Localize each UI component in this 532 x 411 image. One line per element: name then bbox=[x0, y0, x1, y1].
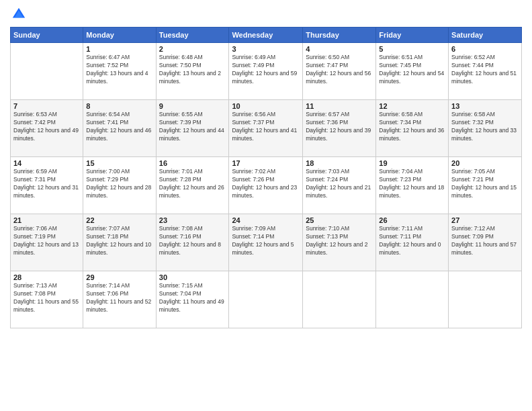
calendar-cell bbox=[376, 271, 449, 328]
calendar-week-row: 21Sunrise: 7:06 AM Sunset: 7:19 PM Dayli… bbox=[11, 214, 522, 271]
calendar-cell: 28Sunrise: 7:13 AM Sunset: 7:08 PM Dayli… bbox=[11, 271, 83, 328]
day-number: 24 bbox=[232, 216, 300, 224]
calendar-cell: 9Sunrise: 6:55 AM Sunset: 7:39 PM Daylig… bbox=[156, 100, 229, 157]
day-number: 28 bbox=[13, 273, 80, 281]
day-info: Sunrise: 7:11 AM Sunset: 7:11 PM Dayligh… bbox=[379, 225, 445, 257]
day-info: Sunrise: 6:48 AM Sunset: 7:50 PM Dayligh… bbox=[159, 54, 226, 86]
calendar-cell bbox=[11, 43, 83, 100]
calendar-header-row: SundayMondayTuesdayWednesdayThursdayFrid… bbox=[11, 28, 522, 43]
calendar-cell: 25Sunrise: 7:10 AM Sunset: 7:13 PM Dayli… bbox=[303, 214, 376, 271]
calendar-cell: 27Sunrise: 7:12 AM Sunset: 7:09 PM Dayli… bbox=[449, 214, 522, 271]
weekday-header-monday: Monday bbox=[83, 28, 156, 43]
day-info: Sunrise: 6:49 AM Sunset: 7:49 PM Dayligh… bbox=[232, 54, 300, 86]
day-info: Sunrise: 6:47 AM Sunset: 7:52 PM Dayligh… bbox=[86, 54, 152, 86]
calendar-cell: 7Sunrise: 6:53 AM Sunset: 7:42 PM Daylig… bbox=[11, 100, 83, 157]
calendar-week-row: 14Sunrise: 6:59 AM Sunset: 7:31 PM Dayli… bbox=[11, 157, 522, 214]
calendar-cell bbox=[229, 271, 303, 328]
calendar-cell: 19Sunrise: 7:04 AM Sunset: 7:23 PM Dayli… bbox=[376, 157, 449, 214]
day-number: 6 bbox=[451, 45, 519, 53]
day-info: Sunrise: 7:05 AM Sunset: 7:21 PM Dayligh… bbox=[451, 168, 519, 200]
day-info: Sunrise: 6:51 AM Sunset: 7:45 PM Dayligh… bbox=[379, 54, 445, 86]
day-info: Sunrise: 6:58 AM Sunset: 7:34 PM Dayligh… bbox=[379, 111, 445, 143]
day-number: 21 bbox=[13, 216, 80, 224]
calendar-cell: 6Sunrise: 6:52 AM Sunset: 7:44 PM Daylig… bbox=[449, 43, 522, 100]
calendar-cell: 29Sunrise: 7:14 AM Sunset: 7:06 PM Dayli… bbox=[83, 271, 156, 328]
weekday-header-friday: Friday bbox=[376, 28, 449, 43]
calendar-cell: 21Sunrise: 7:06 AM Sunset: 7:19 PM Dayli… bbox=[11, 214, 83, 271]
day-number: 15 bbox=[86, 159, 152, 167]
calendar-cell: 24Sunrise: 7:09 AM Sunset: 7:14 PM Dayli… bbox=[229, 214, 303, 271]
day-number: 17 bbox=[232, 159, 300, 167]
day-info: Sunrise: 6:50 AM Sunset: 7:47 PM Dayligh… bbox=[306, 54, 373, 86]
calendar-cell: 10Sunrise: 6:56 AM Sunset: 7:37 PM Dayli… bbox=[229, 100, 303, 157]
day-info: Sunrise: 6:54 AM Sunset: 7:41 PM Dayligh… bbox=[86, 111, 152, 143]
day-number: 11 bbox=[306, 102, 373, 110]
day-number: 7 bbox=[13, 102, 80, 110]
day-info: Sunrise: 7:01 AM Sunset: 7:28 PM Dayligh… bbox=[159, 168, 226, 200]
calendar-cell: 4Sunrise: 6:50 AM Sunset: 7:47 PM Daylig… bbox=[303, 43, 376, 100]
day-number: 25 bbox=[306, 216, 373, 224]
calendar-cell: 5Sunrise: 6:51 AM Sunset: 7:45 PM Daylig… bbox=[376, 43, 449, 100]
calendar-week-row: 7Sunrise: 6:53 AM Sunset: 7:42 PM Daylig… bbox=[11, 100, 522, 157]
day-number: 30 bbox=[159, 273, 226, 281]
day-number: 22 bbox=[86, 216, 152, 224]
day-number: 13 bbox=[451, 102, 519, 110]
day-info: Sunrise: 7:07 AM Sunset: 7:18 PM Dayligh… bbox=[86, 225, 152, 257]
calendar-week-row: 28Sunrise: 7:13 AM Sunset: 7:08 PM Dayli… bbox=[11, 271, 522, 328]
day-number: 9 bbox=[159, 102, 226, 110]
calendar-cell: 17Sunrise: 7:02 AM Sunset: 7:26 PM Dayli… bbox=[229, 157, 303, 214]
day-info: Sunrise: 6:58 AM Sunset: 7:32 PM Dayligh… bbox=[451, 111, 519, 143]
calendar-cell: 26Sunrise: 7:11 AM Sunset: 7:11 PM Dayli… bbox=[376, 214, 449, 271]
day-info: Sunrise: 7:13 AM Sunset: 7:08 PM Dayligh… bbox=[13, 282, 80, 314]
day-info: Sunrise: 7:06 AM Sunset: 7:19 PM Dayligh… bbox=[13, 225, 80, 257]
day-info: Sunrise: 7:03 AM Sunset: 7:24 PM Dayligh… bbox=[306, 168, 373, 200]
day-info: Sunrise: 7:10 AM Sunset: 7:13 PM Dayligh… bbox=[306, 225, 373, 257]
day-info: Sunrise: 6:55 AM Sunset: 7:39 PM Dayligh… bbox=[159, 111, 226, 143]
day-info: Sunrise: 7:00 AM Sunset: 7:29 PM Dayligh… bbox=[86, 168, 152, 200]
calendar-cell: 12Sunrise: 6:58 AM Sunset: 7:34 PM Dayli… bbox=[376, 100, 449, 157]
weekday-header-tuesday: Tuesday bbox=[156, 28, 229, 43]
logo-icon bbox=[11, 7, 26, 21]
calendar-cell: 11Sunrise: 6:57 AM Sunset: 7:36 PM Dayli… bbox=[303, 100, 376, 157]
day-info: Sunrise: 6:53 AM Sunset: 7:42 PM Dayligh… bbox=[13, 111, 80, 143]
calendar-cell: 14Sunrise: 6:59 AM Sunset: 7:31 PM Dayli… bbox=[11, 157, 83, 214]
day-number: 14 bbox=[13, 159, 80, 167]
page-header bbox=[10, 7, 522, 21]
day-number: 4 bbox=[306, 45, 373, 53]
day-info: Sunrise: 7:09 AM Sunset: 7:14 PM Dayligh… bbox=[232, 225, 300, 257]
day-info: Sunrise: 6:56 AM Sunset: 7:37 PM Dayligh… bbox=[232, 111, 300, 143]
day-number: 16 bbox=[159, 159, 226, 167]
day-info: Sunrise: 7:02 AM Sunset: 7:26 PM Dayligh… bbox=[232, 168, 300, 200]
calendar-cell: 3Sunrise: 6:49 AM Sunset: 7:49 PM Daylig… bbox=[229, 43, 303, 100]
day-info: Sunrise: 6:52 AM Sunset: 7:44 PM Dayligh… bbox=[451, 54, 519, 86]
calendar-cell: 30Sunrise: 7:15 AM Sunset: 7:04 PM Dayli… bbox=[156, 271, 229, 328]
day-number: 29 bbox=[86, 273, 152, 281]
day-number: 23 bbox=[159, 216, 226, 224]
day-number: 8 bbox=[86, 102, 152, 110]
day-info: Sunrise: 6:59 AM Sunset: 7:31 PM Dayligh… bbox=[13, 168, 80, 200]
calendar-cell bbox=[449, 271, 522, 328]
calendar-cell: 1Sunrise: 6:47 AM Sunset: 7:52 PM Daylig… bbox=[83, 43, 156, 100]
day-info: Sunrise: 6:57 AM Sunset: 7:36 PM Dayligh… bbox=[306, 111, 373, 143]
day-info: Sunrise: 7:08 AM Sunset: 7:16 PM Dayligh… bbox=[159, 225, 226, 257]
calendar-table: SundayMondayTuesdayWednesdayThursdayFrid… bbox=[10, 27, 522, 328]
weekday-header-wednesday: Wednesday bbox=[229, 28, 303, 43]
calendar-week-row: 1Sunrise: 6:47 AM Sunset: 7:52 PM Daylig… bbox=[11, 43, 522, 100]
day-number: 12 bbox=[379, 102, 445, 110]
calendar-cell: 2Sunrise: 6:48 AM Sunset: 7:50 PM Daylig… bbox=[156, 43, 229, 100]
day-info: Sunrise: 7:14 AM Sunset: 7:06 PM Dayligh… bbox=[86, 282, 152, 314]
day-info: Sunrise: 7:12 AM Sunset: 7:09 PM Dayligh… bbox=[451, 225, 519, 257]
day-number: 2 bbox=[159, 45, 226, 53]
calendar-cell: 15Sunrise: 7:00 AM Sunset: 7:29 PM Dayli… bbox=[83, 157, 156, 214]
day-number: 18 bbox=[306, 159, 373, 167]
day-number: 5 bbox=[379, 45, 445, 53]
calendar-cell: 20Sunrise: 7:05 AM Sunset: 7:21 PM Dayli… bbox=[449, 157, 522, 214]
calendar-cell: 16Sunrise: 7:01 AM Sunset: 7:28 PM Dayli… bbox=[156, 157, 229, 214]
weekday-header-sunday: Sunday bbox=[11, 28, 83, 43]
calendar-cell: 8Sunrise: 6:54 AM Sunset: 7:41 PM Daylig… bbox=[83, 100, 156, 157]
day-number: 26 bbox=[379, 216, 445, 224]
day-number: 27 bbox=[451, 216, 519, 224]
day-number: 10 bbox=[232, 102, 300, 110]
day-number: 3 bbox=[232, 45, 300, 53]
day-number: 19 bbox=[379, 159, 445, 167]
